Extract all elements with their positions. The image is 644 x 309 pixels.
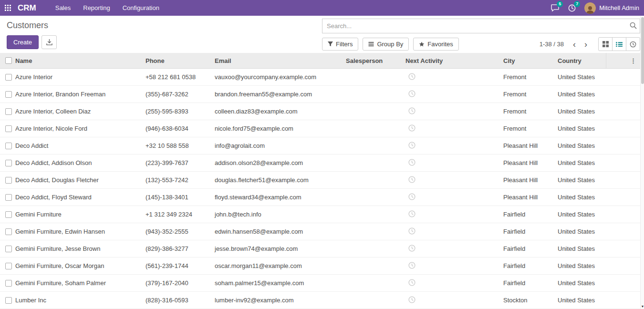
menu-configuration[interactable]: Configuration — [123, 4, 159, 11]
systray: 5 7 Mitchell Admin — [550, 2, 639, 14]
pager: 1-38 / 38 ‹ › — [540, 37, 640, 51]
pager-previous-button[interactable]: ‹ — [570, 40, 579, 49]
cell-email: edwin.hansen58@example.com — [213, 228, 344, 235]
row-checkbox[interactable] — [5, 280, 12, 287]
menu-sales[interactable]: Sales — [55, 4, 71, 11]
next-activity-clock-icon — [408, 193, 415, 200]
list-view-button[interactable] — [612, 37, 626, 51]
row-checkbox[interactable] — [5, 74, 12, 81]
menu-reporting[interactable]: Reporting — [83, 4, 110, 11]
create-button[interactable]: Create — [7, 35, 39, 49]
cell-phone: (132)-553-7242 — [144, 176, 213, 184]
row-checkbox[interactable] — [5, 297, 12, 304]
table-row[interactable]: Lumber Inc (828)-316-0593 lumber-inv92@e… — [0, 292, 640, 309]
search-input[interactable] — [322, 19, 640, 33]
column-header-next-activity[interactable]: Next Activity — [404, 57, 501, 64]
cell-city: Pleasant Hill — [501, 176, 556, 184]
next-activity-clock-icon — [408, 142, 415, 149]
export-button[interactable] — [42, 35, 57, 49]
row-checkbox[interactable] — [5, 160, 12, 166]
table-row[interactable]: Azure Interior, Nicole Ford (946)-638-60… — [0, 120, 640, 137]
cell-phone: (829)-386-3277 — [144, 245, 213, 252]
download-icon — [46, 39, 52, 45]
cell-email: john.b@tech.info — [213, 211, 344, 218]
group-by-button[interactable]: Group By — [363, 38, 409, 51]
cell-name: Azure Interior, Colleen Diaz — [13, 108, 144, 115]
table-row[interactable]: Gemini Furniture, Edwin Hansen (943)-352… — [0, 223, 640, 240]
column-header-salesperson[interactable]: Salesperson — [344, 57, 404, 64]
filter-icon — [328, 41, 333, 47]
search-icon[interactable] — [630, 22, 637, 31]
messages-icon[interactable]: 5 — [550, 3, 560, 13]
filters-button[interactable]: Filters — [322, 38, 358, 51]
row-checkbox[interactable] — [5, 91, 12, 98]
kanban-view-button[interactable] — [598, 37, 613, 51]
vertical-scrollbar[interactable]: ▼ — [640, 16, 644, 309]
column-header-phone[interactable]: Phone — [144, 57, 213, 64]
next-activity-clock-icon — [408, 124, 415, 132]
cell-city: Fairfield — [501, 228, 556, 235]
user-menu[interactable]: Mitchell Admin — [584, 2, 639, 14]
cell-email: floyd.steward34@example.com — [213, 194, 344, 201]
customers-list: Name Phone Email Salesperson Next Activi… — [0, 53, 640, 309]
optional-columns-toggle[interactable]: ⋮ — [630, 58, 636, 64]
table-row[interactable]: Deco Addict, Douglas Fletcher (132)-553-… — [0, 172, 640, 189]
select-all-checkbox[interactable] — [5, 57, 12, 64]
cell-name: Deco Addict, Addison Olson — [13, 159, 144, 166]
column-header-country[interactable]: Country — [556, 57, 606, 64]
cell-name: Gemini Furniture, Oscar Morgan — [13, 262, 144, 269]
table-row[interactable]: Azure Interior +58 212 681 0538 vauxoo@y… — [0, 69, 640, 86]
table-row[interactable]: Deco Addict +32 10 588 558 info@agrolait… — [0, 137, 640, 154]
table-row[interactable]: Gemini Furniture, Jesse Brown (829)-386-… — [0, 240, 640, 258]
row-checkbox[interactable] — [5, 194, 12, 201]
cell-name: Azure Interior — [13, 73, 144, 81]
apps-menu-icon[interactable] — [5, 5, 11, 11]
activity-view-button[interactable] — [626, 37, 640, 51]
cell-name: Deco Addict, Douglas Fletcher — [13, 176, 144, 184]
list-icon — [616, 41, 623, 47]
table-row[interactable]: Deco Addict, Floyd Steward (145)-138-340… — [0, 189, 640, 206]
cell-country: United States — [556, 245, 606, 252]
cell-country: United States — [556, 142, 606, 149]
cell-email: douglas.fletcher51@example.com — [213, 176, 344, 184]
cell-email: colleen.diaz83@example.com — [213, 108, 344, 115]
cell-email: soham.palmer15@example.com — [213, 279, 344, 287]
scrollbar-down-arrow[interactable]: ▼ — [641, 303, 644, 309]
row-checkbox[interactable] — [5, 143, 12, 149]
column-header-name[interactable]: Name — [13, 57, 144, 64]
row-checkbox[interactable] — [5, 246, 12, 252]
table-row[interactable]: Gemini Furniture +1 312 349 2324 john.b@… — [0, 206, 640, 223]
messages-badge: 5 — [557, 1, 563, 7]
pager-next-button[interactable]: › — [581, 40, 591, 49]
app-name[interactable]: CRM — [18, 3, 36, 13]
row-checkbox[interactable] — [5, 177, 12, 184]
column-header-city[interactable]: City — [501, 57, 556, 64]
activity-clock-icon[interactable]: 7 — [567, 3, 577, 13]
scrollbar-thumb[interactable] — [641, 17, 644, 84]
table-row[interactable]: Deco Addict, Addison Olson (223)-399-763… — [0, 154, 640, 172]
search-options: Filters Group By Favorites — [322, 38, 459, 51]
favorites-button[interactable]: Favorites — [413, 38, 458, 51]
cell-city: Pleasant Hill — [501, 159, 556, 166]
cell-country: United States — [556, 159, 606, 166]
table-row[interactable]: Azure Interior, Brandon Freeman (355)-68… — [0, 86, 640, 103]
user-name: Mitchell Admin — [599, 4, 639, 11]
row-checkbox[interactable] — [5, 263, 12, 269]
table-row[interactable]: Azure Interior, Colleen Diaz (255)-595-8… — [0, 103, 640, 120]
table-row[interactable]: Gemini Furniture, Soham Palmer (379)-167… — [0, 275, 640, 292]
row-checkbox[interactable] — [5, 228, 12, 235]
row-checkbox[interactable] — [5, 211, 12, 218]
column-header-email[interactable]: Email — [213, 57, 344, 64]
row-checkbox[interactable] — [5, 108, 12, 115]
cell-city: Fairfield — [501, 211, 556, 218]
table-row[interactable]: Gemini Furniture, Oscar Morgan (561)-239… — [0, 258, 640, 275]
cell-name: Deco Addict, Floyd Steward — [13, 194, 144, 201]
cell-country: United States — [556, 125, 606, 132]
row-checkbox[interactable] — [5, 125, 12, 132]
table-body: Azure Interior +58 212 681 0538 vauxoo@y… — [0, 69, 640, 309]
cell-city: Fremont — [501, 73, 556, 81]
kanban-icon — [602, 41, 609, 47]
cell-phone: (223)-399-7637 — [144, 159, 213, 166]
cell-phone: +1 312 349 2324 — [144, 211, 213, 218]
next-activity-clock-icon — [408, 73, 415, 80]
